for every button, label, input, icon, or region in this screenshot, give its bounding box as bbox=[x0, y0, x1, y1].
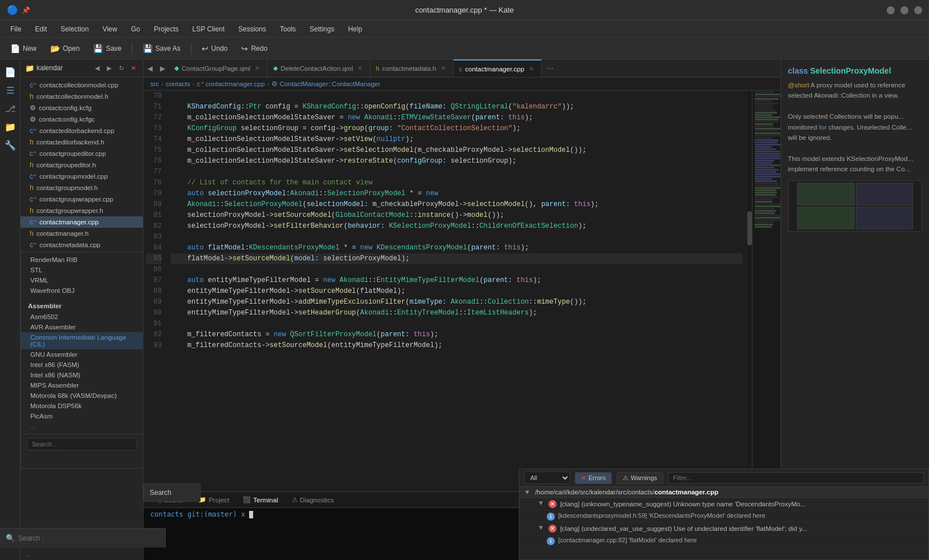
terminal-tab-terminal[interactable]: ⬛ Terminal bbox=[237, 494, 283, 505]
file-item-contacteditorbackend_cpp[interactable]: c⁺contacteditorbackend.cpp bbox=[21, 125, 143, 136]
scrollbar-thumb[interactable] bbox=[747, 211, 752, 245]
file-item-contactconfig_kcfg[interactable]: ⚙contactconfig.kcfg bbox=[21, 102, 143, 114]
menu-lsp[interactable]: LSP Client bbox=[187, 23, 230, 35]
sidebar-icon-document[interactable]: 📄 bbox=[2, 64, 18, 80]
file-item-contacteditorbackend_h[interactable]: hcontacteditorbackend.h bbox=[21, 136, 143, 148]
lang-item-wavefront[interactable]: Wavefront OBJ bbox=[21, 285, 143, 296]
doc-preview bbox=[788, 180, 922, 232]
lang-item-motorola68k[interactable]: Motorola 68k (VASM/Devpac) bbox=[21, 390, 143, 401]
tab-close-1[interactable]: ✕ bbox=[253, 65, 261, 72]
minimize-button[interactable]: — bbox=[887, 6, 895, 14]
lang-search-input[interactable] bbox=[27, 438, 137, 450]
sidebar-icon-git[interactable]: ⎇ bbox=[2, 100, 18, 116]
file-item-contactmanager_h[interactable]: hcontactmanager.h bbox=[21, 228, 143, 239]
breadcrumb-cpp[interactable]: c⁺ contactmanager.cpp bbox=[197, 80, 265, 88]
lang-item-stl[interactable]: STL bbox=[21, 265, 143, 275]
sidebar-icon-list[interactable]: ☰ bbox=[2, 82, 18, 98]
menu-tools[interactable]: Tools bbox=[274, 23, 302, 35]
undo-button[interactable]: ↩ Undo bbox=[196, 41, 234, 56]
sidebar-icon-plugins[interactable]: 🔧 bbox=[2, 137, 18, 153]
file-item-contactgroupwrapper_h[interactable]: hcontactgroupwrapper.h bbox=[21, 205, 143, 216]
breadcrumb-func[interactable]: ⚙ ContactManager::ContactManager bbox=[271, 80, 381, 88]
filter-select[interactable]: All Errors Warnings bbox=[524, 472, 570, 484]
menu-file[interactable]: File bbox=[5, 23, 27, 35]
menu-view[interactable]: View bbox=[97, 23, 123, 35]
maximize-button[interactable]: □ bbox=[900, 6, 908, 14]
sidebar-icon-projects[interactable]: 📁 bbox=[2, 119, 18, 135]
tab-nav-right[interactable]: ▶ bbox=[156, 59, 169, 78]
lang-item-vrml[interactable]: VRML bbox=[21, 275, 143, 285]
lang-item-x86-nasm[interactable]: Intel x86 (NASM) bbox=[21, 370, 143, 380]
error-sub-item-1[interactable]: i [kdescendantsproxymodel.h:59] 'KDescen… bbox=[519, 511, 928, 522]
save-button[interactable]: 💾 Save bbox=[87, 41, 127, 56]
error-file-header[interactable]: ▼ /home/carl/kde/src/kalendar/src/contac… bbox=[519, 487, 928, 498]
lang-item-motorola-dsp[interactable]: Motorola DSP56k bbox=[21, 401, 143, 411]
saveas-button[interactable]: 💾 Save As bbox=[137, 41, 186, 56]
panel-close[interactable]: ✕ bbox=[128, 63, 138, 73]
file-item-contactcollectionmodel_h[interactable]: hcontactcollectionmodel.h bbox=[21, 91, 143, 102]
menu-help[interactable]: Help bbox=[342, 23, 368, 35]
expand-icon-1: ▼ bbox=[538, 499, 544, 506]
file-item-contactconfig_kcfgc[interactable]: ⚙contactconfig.kcfgc bbox=[21, 114, 143, 125]
code-editor[interactable]: 7071727374757677787980818283848586878889… bbox=[143, 91, 780, 491]
menu-go[interactable]: Go bbox=[125, 23, 146, 35]
lang-item-avr[interactable]: AVR Assembler bbox=[21, 322, 143, 332]
tab-nav-left[interactable]: ◀ bbox=[143, 59, 156, 78]
redo-button[interactable]: ↪ Redo bbox=[235, 41, 273, 56]
error-sub-item-2[interactable]: i [contactmanager.cpp:82] 'flatModel' de… bbox=[519, 535, 928, 547]
new-button[interactable]: 📄 New bbox=[5, 41, 42, 56]
error-list: ▼ /home/carl/kde/src/kalendar/src/contac… bbox=[519, 487, 928, 559]
file-name: contacteditorbackend.cpp bbox=[39, 127, 114, 134]
panel-nav-back[interactable]: ◀ bbox=[92, 63, 102, 73]
tab-close-4[interactable]: ✕ bbox=[527, 65, 535, 73]
lang-item-x86-fasm[interactable]: Intel x86 (FASM) bbox=[21, 360, 143, 370]
lang-item-more[interactable]: ... bbox=[21, 421, 143, 432]
code-line-79: auto selectionProxyModel:Akonadi::Select… bbox=[171, 188, 743, 199]
tab-more[interactable]: ⋯ bbox=[544, 59, 556, 78]
panel-refresh[interactable]: ↻ bbox=[116, 63, 126, 73]
file-item-contactgroupeditor_h[interactable]: hcontactgroupeditor.h bbox=[21, 159, 143, 171]
tab-close-2[interactable]: ✕ bbox=[356, 65, 364, 72]
tab-contactgrouppage[interactable]: ◆ ContactGroupPage.qml ✕ bbox=[169, 59, 267, 78]
lang-item-gnu[interactable]: GNU Assembler bbox=[21, 349, 143, 360]
errors-filter-btn[interactable]: ✕ Errors bbox=[575, 472, 612, 484]
editor-scrollbar[interactable] bbox=[747, 91, 752, 491]
lang-item-asm6502[interactable]: Asm6502 bbox=[21, 312, 143, 322]
error-sub-text-2: [contactmanager.cpp:82] 'flatModel' decl… bbox=[558, 537, 697, 543]
menu-selection[interactable]: Selection bbox=[55, 23, 94, 35]
menu-sessions[interactable]: Sessions bbox=[233, 23, 272, 35]
breadcrumb-src[interactable]: src bbox=[150, 80, 159, 87]
terminal-tab-diagnostics[interactable]: ⚠ Diagnostics bbox=[286, 494, 339, 505]
menu-edit[interactable]: Edit bbox=[29, 23, 53, 35]
lang-item-cil[interactable]: Common Intermediate Language (CIL) bbox=[21, 332, 143, 349]
panel-nav-fwd[interactable]: ▶ bbox=[104, 63, 114, 73]
filter-input[interactable] bbox=[668, 472, 924, 484]
menu-settings[interactable]: Settings bbox=[304, 23, 340, 35]
error-item-2[interactable]: ▼ ✕ [clang] (undeclared_var_use_suggest)… bbox=[519, 522, 928, 535]
pin-icon[interactable]: 📌 bbox=[22, 6, 30, 14]
file-item-contactgroupmodel_cpp[interactable]: c⁺contactgroupmodel.cpp bbox=[21, 171, 143, 182]
tab-contactmanager[interactable]: c contactmanager.cpp ✕ bbox=[454, 59, 542, 78]
tab-icon-h-1: h bbox=[376, 65, 379, 72]
file-item-contactmanager_cpp[interactable]: c⁺contactmanager.cpp bbox=[21, 216, 143, 228]
tab-close-3[interactable]: ✕ bbox=[439, 65, 447, 72]
open-button[interactable]: 📂 Open bbox=[45, 41, 85, 56]
warnings-filter-btn[interactable]: ⚠ Warnings bbox=[616, 472, 663, 484]
file-item-contactgroupeditor_cpp[interactable]: c⁺contactgroupeditor.cpp bbox=[21, 148, 143, 159]
lang-item-picasm[interactable]: PicAsm bbox=[21, 411, 143, 421]
error-item-1[interactable]: ▼ ✕ [clang] (unknown_typename_suggest) U… bbox=[519, 498, 928, 511]
file-item-contactgroupwrapper_cpp[interactable]: c⁺contactgroupwrapper.cpp bbox=[21, 194, 143, 205]
file-item-contactgroupmodel_h[interactable]: hcontactgroupmodel.h bbox=[21, 182, 143, 194]
search-input[interactable] bbox=[18, 534, 159, 542]
file-name: contactgroupmodel.cpp bbox=[39, 173, 108, 180]
close-button[interactable]: ✕ bbox=[914, 6, 922, 14]
menu-projects[interactable]: Projects bbox=[148, 23, 184, 35]
file-item-contactmetadata_cpp[interactable]: c⁺contactmetadata.cpp bbox=[21, 239, 143, 251]
lang-item-mips[interactable]: MIPS Assembler bbox=[21, 380, 143, 390]
breadcrumb-contacts[interactable]: contacts bbox=[166, 80, 190, 87]
tab-deletecontact[interactable]: ◆ DeleteContactAction.qml ✕ bbox=[267, 59, 370, 78]
file-item-contactcollectionmodel_cpp[interactable]: c⁺contactcollectionmodel.cpp bbox=[21, 79, 143, 91]
tab-contactmetadata[interactable]: h contactmetadata.h ✕ bbox=[370, 59, 454, 78]
lang-item-renderman[interactable]: RenderMan RIB bbox=[21, 255, 143, 265]
titlebar: 🔵 📌 contactmanager.cpp * — Kate — □ ✕ bbox=[0, 0, 929, 21]
